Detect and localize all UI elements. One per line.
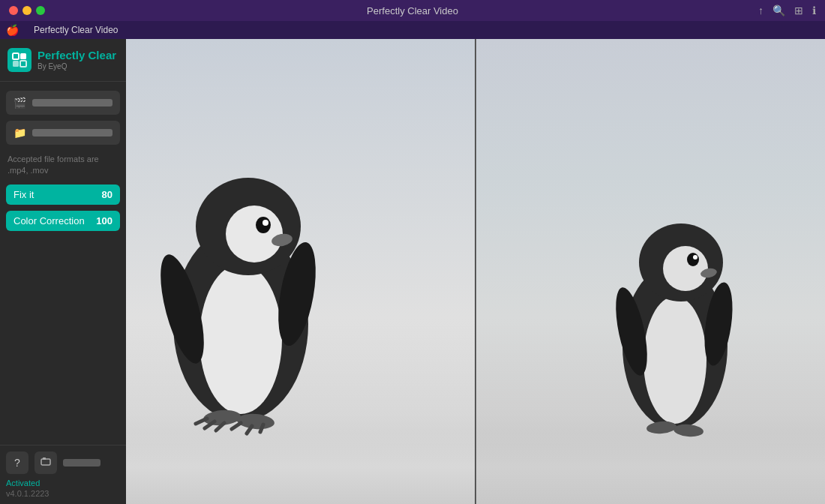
svg-rect-3 [20, 61, 26, 67]
search-icon[interactable]: 🔍 [772, 4, 785, 16]
main-layout: Perfectly Clear By EyeQ 🎬 📁 Accepted fil… [0, 39, 825, 504]
info-icon[interactable]: ℹ [812, 4, 816, 16]
split-divider[interactable] [475, 39, 476, 504]
fix-it-control[interactable]: Fix it 80 [6, 184, 120, 205]
title-bar: Perfectly Clear Video ↑ 🔍 ⊞ ℹ [0, 0, 825, 21]
help-button[interactable]: ? [6, 452, 28, 474]
color-correction-value: 100 [96, 215, 112, 226]
version-label: v4.0.1.2223 [6, 489, 120, 498]
grid-icon[interactable]: ⊞ [794, 4, 803, 16]
svg-point-24 [644, 296, 706, 424]
penguin-right [600, 174, 750, 459]
sidebar-buttons: 🎬 📁 [0, 82, 126, 154]
activated-status: Activated [6, 478, 120, 488]
folder-icon: 📁 [14, 127, 26, 139]
minimize-button[interactable] [22, 6, 32, 15]
before-panel [126, 39, 476, 504]
input-video-label [32, 99, 112, 106]
input-video-button[interactable]: 🎬 [6, 91, 120, 115]
svg-point-9 [226, 206, 283, 262]
sidebar-spacer [0, 231, 126, 445]
title-bar-right-icons: ↑ 🔍 ⊞ ℹ [758, 4, 825, 16]
color-correction-label: Color Correction [14, 215, 85, 226]
color-correction-control[interactable]: Color Correction 100 [6, 211, 120, 231]
sidebar-controls: Fix it 80 Color Correction 100 [0, 184, 126, 231]
after-panel [476, 39, 825, 504]
svg-rect-4 [41, 459, 50, 465]
maximize-button[interactable] [36, 6, 45, 15]
svg-point-10 [256, 217, 271, 233]
output-folder-button[interactable]: 📁 [6, 121, 120, 145]
svg-rect-0 [13, 53, 19, 59]
fix-it-value: 80 [102, 189, 112, 200]
svg-point-26 [663, 246, 708, 291]
file-format-hint: Accepted file formats are .mp4, .mov [0, 154, 126, 184]
svg-line-17 [196, 418, 207, 424]
svg-line-20 [232, 423, 241, 429]
logo-sub-text: By EyeQ [38, 62, 116, 70]
video-icon: 🎬 [14, 97, 26, 109]
split-view [126, 39, 825, 504]
traffic-lights[interactable] [0, 6, 45, 15]
close-button[interactable] [9, 6, 18, 15]
svg-point-11 [262, 220, 268, 226]
svg-point-28 [693, 255, 698, 260]
menu-bar: 🍎 Perfectly Clear Video [0, 21, 825, 39]
svg-point-7 [200, 264, 282, 414]
sidebar: Perfectly Clear By EyeQ 🎬 📁 Accepted fil… [0, 39, 126, 504]
penguin-left [136, 129, 346, 459]
window-title: Perfectly Clear Video [367, 5, 458, 16]
output-folder-label [32, 129, 112, 136]
svg-point-27 [687, 253, 699, 266]
menu-app-name[interactable]: Perfectly Clear Video [28, 23, 124, 37]
svg-rect-2 [13, 61, 19, 67]
export-button[interactable] [34, 452, 57, 474]
svg-rect-1 [20, 53, 26, 59]
svg-rect-5 [43, 458, 46, 460]
export-label-blurred [63, 459, 100, 466]
logo-main-text: Perfectly Clear [38, 50, 116, 62]
logo-icon [8, 48, 32, 72]
content-area [126, 39, 825, 504]
notification-icon[interactable]: ↑ [758, 4, 764, 16]
bottom-action-row: ? [6, 452, 120, 474]
fix-it-label: Fix it [14, 189, 34, 200]
sidebar-bottom: ? Activated v4.0.1.2223 [0, 445, 126, 504]
apple-icon[interactable]: 🍎 [6, 24, 19, 36]
logo-text-block: Perfectly Clear By EyeQ [38, 50, 116, 70]
sidebar-logo: Perfectly Clear By EyeQ [0, 39, 126, 82]
